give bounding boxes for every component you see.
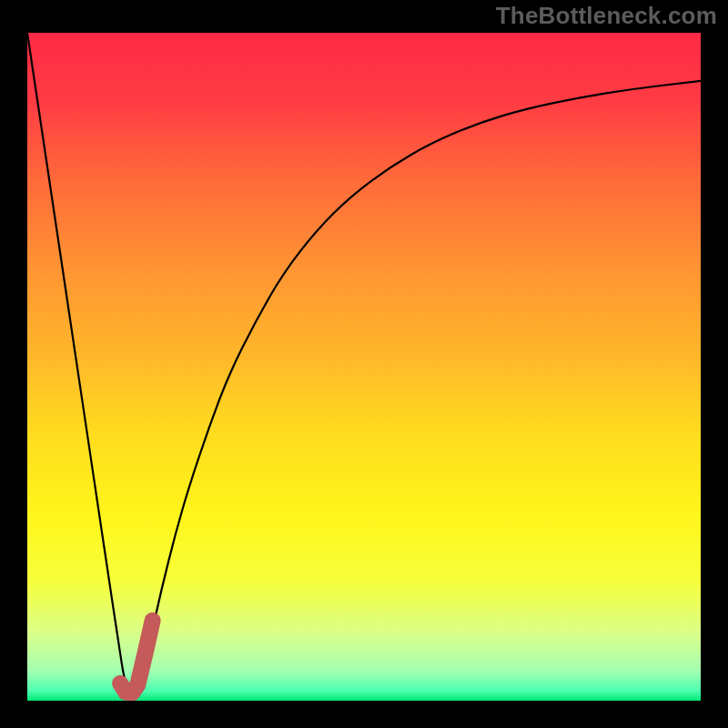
gradient-background bbox=[27, 33, 701, 701]
watermark-text: TheBottleneck.com bbox=[496, 2, 717, 30]
bottleneck-chart bbox=[27, 33, 701, 701]
chart-plot-area bbox=[27, 33, 701, 701]
